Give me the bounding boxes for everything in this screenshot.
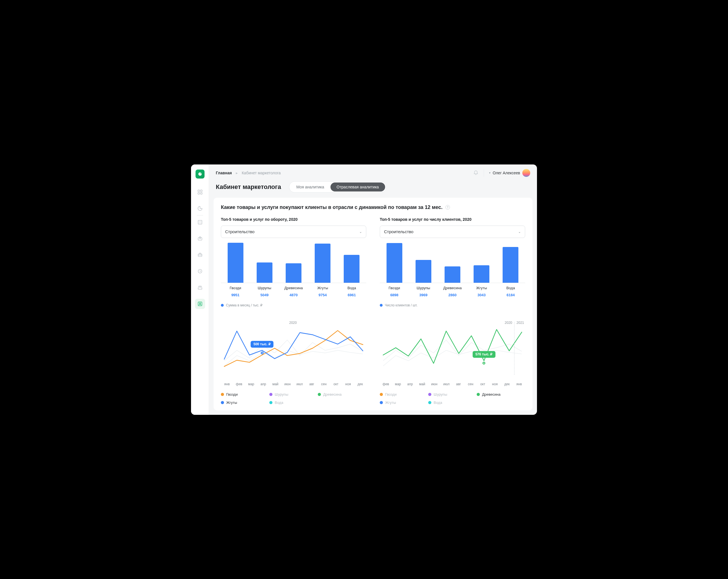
select-industry-left[interactable]: Строительство ⌄ [221, 226, 366, 238]
caret-down-icon: ▾ [489, 171, 491, 174]
tooltip-turnover: 500 тыс. ₽ [251, 341, 274, 347]
legend-item-Гвозди[interactable]: Гвозди [221, 392, 269, 396]
bar-value[interactable]: 6961 [337, 293, 366, 297]
nav-payments[interactable] [195, 283, 205, 293]
bell-icon [473, 169, 479, 175]
nav-marketer[interactable] [195, 299, 205, 309]
legend-item-Древесина[interactable]: Древесина [318, 392, 366, 396]
nav-history[interactable] [195, 266, 205, 276]
bar[interactable] [474, 265, 489, 283]
bar-values: 99515049487097546961 [221, 293, 366, 297]
month-label: июл [440, 382, 452, 386]
sidebar [191, 164, 209, 415]
legend-item-Гвозди[interactable]: Гвозди [380, 392, 428, 396]
dot-icon [380, 393, 383, 396]
nav-export[interactable] [195, 234, 205, 244]
notifications-button[interactable] [473, 169, 479, 176]
legend-item-Вода[interactable]: Вода [269, 400, 318, 405]
bar-cell [337, 241, 366, 283]
dot-icon [380, 401, 383, 404]
legend-item-Древесина[interactable]: Древесина [477, 392, 525, 396]
bar[interactable] [503, 247, 518, 283]
subhead-clients: Топ-5 товаров и услуг по числу клиентов,… [380, 217, 525, 221]
col-turnover: Топ-5 товаров и услуг по обороту, 2020 С… [221, 217, 366, 405]
main-area: Главная ▸ Кабинет маркетолога ▾ Олег Але… [209, 164, 537, 415]
tab-my-analytics[interactable]: Моя аналитика [290, 183, 331, 191]
bar-categories: ГвоздиШурупыДревесинаЖгутыВода [380, 286, 525, 290]
bar[interactable] [286, 263, 302, 283]
months-axis: янвфевмарапрмайиюниюлавгсеноктноядек [221, 382, 366, 386]
nav-dashboard[interactable] [195, 187, 205, 197]
help-icon[interactable]: ? [445, 205, 450, 210]
legend-item-Шурупы[interactable]: Шурупы [428, 392, 477, 396]
month-label: сен [318, 382, 330, 386]
briefcase-icon [197, 252, 203, 258]
nav-group-top [195, 187, 205, 213]
month-label: ноя [342, 382, 354, 386]
bar-value[interactable]: 6184 [496, 293, 525, 297]
legend-item-Жгуты[interactable]: Жгуты [380, 400, 428, 405]
bar[interactable] [387, 243, 402, 283]
bar-cell [250, 241, 279, 283]
bar-value[interactable]: 3969 [409, 293, 438, 297]
dot-icon [428, 401, 431, 404]
person-card-icon [197, 301, 203, 307]
avatar [522, 169, 530, 177]
bar-value[interactable]: 5049 [250, 293, 279, 297]
svg-rect-2 [198, 192, 200, 194]
bar-category: Гвозди [221, 286, 250, 290]
month-label: июн [282, 382, 293, 386]
legend-text: Сумма в месяц / тыс. ₽ [226, 303, 263, 307]
bar-value[interactable]: 2860 [438, 293, 467, 297]
clock-icon [197, 268, 203, 274]
user-menu[interactable]: ▾ Олег Алексеев [489, 169, 530, 177]
nav-analytics[interactable] [195, 203, 205, 213]
toolbar: ▾ Олег Алексеев [473, 169, 530, 177]
bar-categories: ГвоздиШурупыДревесинаЖгутыВода [221, 286, 366, 290]
bar[interactable] [228, 243, 243, 283]
col-clients: Топ-5 товаров и услуг по числу клиентов,… [380, 217, 525, 405]
bar-cell [409, 241, 438, 283]
bar-category: Древесина [438, 286, 467, 290]
line-chart-clients: 2020 2021 576 тыс. ₽ [380, 321, 525, 380]
legend-item-Шурупы[interactable]: Шурупы [269, 392, 318, 396]
bar-value[interactable]: 9951 [221, 293, 250, 297]
bar-category: Жгуты [308, 286, 337, 290]
bar-category: Шурупы [409, 286, 438, 290]
bar[interactable] [416, 260, 431, 283]
nav-briefcase[interactable] [195, 250, 205, 260]
nav-company[interactable] [195, 217, 205, 227]
tab-industry-analytics[interactable]: Отраслевая аналитика [331, 183, 385, 191]
line-chart-turnover-wrap: 2020 500 тыс. ₽ янвфевмарапрмайиюниюлавг… [221, 321, 366, 405]
tooltip-clients: 576 тыс. ₽ [472, 351, 495, 358]
bar-value[interactable]: 3043 [467, 293, 496, 297]
month-label: мар [392, 382, 404, 386]
section-title-text: Какие товары и услуги покупают клиенты в… [221, 205, 443, 210]
legend-label: Шурупы [434, 392, 447, 396]
bar[interactable] [315, 244, 331, 283]
select-value: Строительство [384, 229, 413, 234]
dot-icon [428, 393, 431, 396]
legend-item-Жгуты[interactable]: Жгуты [221, 400, 269, 405]
month-label: авг [306, 382, 318, 386]
bar-value[interactable]: 6898 [380, 293, 409, 297]
select-value: Строительство [225, 229, 254, 234]
bar-cell [308, 241, 337, 283]
bar-value[interactable]: 4870 [279, 293, 308, 297]
bar[interactable] [257, 262, 272, 283]
dot-icon [380, 304, 383, 307]
bar[interactable] [344, 255, 360, 283]
page-title: Кабинет маркетолога [216, 183, 281, 191]
month-label: ноя [489, 382, 501, 386]
breadcrumb-root[interactable]: Главная [216, 170, 232, 175]
legend-label: Гвозди [226, 392, 238, 396]
bar[interactable] [445, 266, 460, 283]
svg-rect-3 [200, 192, 202, 194]
brand-logo[interactable] [196, 169, 205, 179]
tab-switch: Моя аналитика Отраслевая аналитика [289, 181, 386, 193]
legend-item-Вода[interactable]: Вода [428, 400, 477, 405]
bar-value[interactable]: 9754 [308, 293, 337, 297]
select-industry-right[interactable]: Строительство ⌄ [380, 226, 525, 238]
legend-label: Вода [434, 400, 442, 405]
grid-icon [197, 189, 203, 195]
